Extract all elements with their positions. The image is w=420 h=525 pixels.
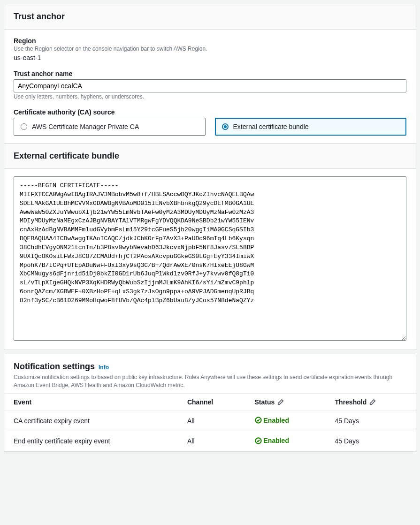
certificate-bundle-textarea[interactable] (14, 176, 406, 341)
notification-header: Notification settings Info Customize not… (4, 354, 416, 393)
region-helper: Use the Region selector on the console n… (14, 46, 406, 52)
ca-source-tiles: AWS Certificate Manager Private CA Exter… (14, 118, 406, 136)
table-row: CA certificate expiry event All Enabled … (4, 411, 416, 431)
cell-status: Enabled (245, 411, 326, 431)
edit-icon (277, 399, 284, 405)
region-label: Region (14, 37, 406, 45)
ca-source-tile-external-label: External certificate bundle (233, 123, 309, 130)
external-bundle-title: External certificate bundle (14, 151, 406, 161)
trust-anchor-body: Region Use the Region selector on the co… (4, 30, 416, 143)
anchor-name-helper: Use only letters, numbers, hyphens, or u… (14, 93, 406, 100)
region-field: Region Use the Region selector on the co… (14, 37, 406, 61)
col-status[interactable]: Status (245, 393, 326, 411)
external-bundle-body (4, 169, 416, 350)
cell-event: CA certificate expiry event (4, 411, 178, 431)
notification-title-row: Notification settings Info (14, 362, 406, 372)
trust-anchor-title: Trust anchor (14, 12, 406, 22)
table-header-row: Event Channel Status Threshold (4, 393, 416, 411)
cell-event: End entity certificate expiry event (4, 431, 178, 451)
radio-icon (222, 123, 229, 130)
ca-source-tile-acm[interactable]: AWS Certificate Manager Private CA (14, 118, 206, 136)
cell-channel: All (178, 431, 245, 451)
anchor-name-label: Trust anchor name (14, 70, 406, 77)
notification-title: Notification settings (14, 362, 95, 372)
radio-icon (21, 123, 27, 130)
cell-threshold: 45 Days (326, 431, 416, 451)
check-circle-icon (255, 417, 262, 424)
external-bundle-header: External certificate bundle (4, 143, 416, 169)
notification-table: Event Channel Status Threshold (4, 393, 416, 451)
notification-description: Customize notification settings to based… (14, 373, 406, 389)
col-event: Event (4, 393, 178, 411)
check-circle-icon (255, 437, 262, 444)
ca-source-label: Certificate authority (CA) source (14, 108, 406, 116)
notification-settings-card: Notification settings Info Customize not… (4, 354, 416, 452)
cell-channel: All (178, 411, 245, 431)
table-row: End entity certificate expiry event All … (4, 431, 416, 451)
trust-anchor-header: Trust anchor (4, 4, 416, 30)
cell-threshold: 45 Days (326, 411, 416, 431)
ca-source-tile-acm-label: AWS Certificate Manager Private CA (32, 123, 139, 130)
ca-source-field: Certificate authority (CA) source AWS Ce… (14, 108, 406, 136)
ca-source-tile-external[interactable]: External certificate bundle (215, 118, 407, 136)
col-channel: Channel (178, 393, 245, 411)
notification-table-head: Event Channel Status Threshold (4, 393, 416, 411)
trust-anchor-card: Trust anchor Region Use the Region selec… (4, 4, 416, 350)
region-value: us-east-1 (14, 54, 406, 61)
cell-status: Enabled (245, 431, 326, 451)
edit-icon (369, 399, 376, 405)
notification-table-body: CA certificate expiry event All Enabled … (4, 411, 416, 451)
info-link[interactable]: Info (99, 364, 109, 371)
anchor-name-field: Trust anchor name Use only letters, numb… (14, 70, 406, 100)
anchor-name-input[interactable] (14, 79, 406, 92)
col-threshold[interactable]: Threshold (326, 393, 416, 411)
